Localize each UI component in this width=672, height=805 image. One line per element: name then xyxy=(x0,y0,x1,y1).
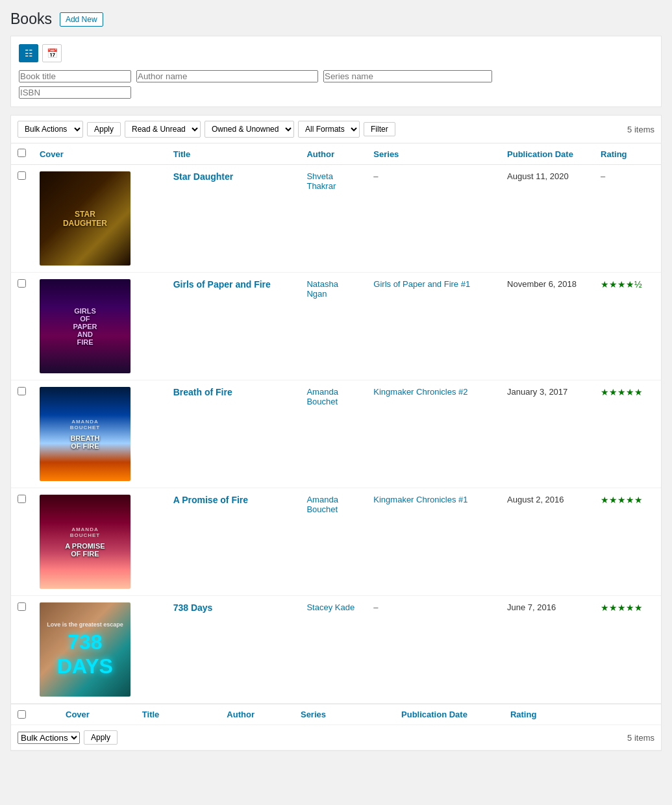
book-author-5[interactable]: Stacey Kade xyxy=(306,602,355,612)
author-name-input[interactable] xyxy=(136,70,318,82)
book-title-1[interactable]: Star Daughter xyxy=(173,171,234,182)
row-checkbox-3[interactable] xyxy=(18,387,26,395)
filter-button-top[interactable]: Filter xyxy=(364,122,395,136)
book-author-4[interactable]: Amanda Bouchet xyxy=(306,495,338,514)
book-cover-4: AMANDABOUCHETA PROMISEOF FIRE xyxy=(40,495,131,589)
book-pubdate-1: August 11, 2020 xyxy=(501,165,594,273)
book-rating-4: ★★★★★ xyxy=(594,488,661,596)
bulk-actions-select-bottom[interactable]: Bulk Actions xyxy=(18,732,80,744)
book-series-3[interactable]: Kingmaker Chronicles #2 xyxy=(367,380,501,488)
series-name-input[interactable] xyxy=(323,70,492,82)
book-author-3[interactable]: Amanda Bouchet xyxy=(306,387,338,406)
all-formats-select[interactable]: All Formats xyxy=(298,121,360,138)
table-row: Love is the greatest escape738DAYS738 Da… xyxy=(11,596,661,704)
col-header-title[interactable]: Title xyxy=(167,143,301,165)
col-pubdate-bottom: Publication Date xyxy=(401,710,467,719)
read-unread-select[interactable]: Read & Unread xyxy=(125,121,201,138)
row-checkbox-4[interactable] xyxy=(18,495,26,503)
items-count-top: 5 items xyxy=(627,125,654,134)
row-checkbox-5[interactable] xyxy=(18,602,26,611)
book-title-3[interactable]: Breath of Fire xyxy=(173,387,232,397)
book-rating-3: ★★★★★ xyxy=(594,380,661,488)
book-pubdate-5: June 7, 2016 xyxy=(501,596,594,704)
book-series-2[interactable]: Girls of Paper and Fire #1 xyxy=(367,273,501,380)
book-rating-1: – xyxy=(594,165,661,273)
book-rating-5: ★★★★★ xyxy=(594,596,661,704)
book-title-2[interactable]: Girls of Paper and Fire xyxy=(173,279,271,290)
calendar-icon: 📅 xyxy=(47,48,58,58)
calendar-view-toggle[interactable]: 📅 xyxy=(42,44,62,62)
book-title-4[interactable]: A Promise of Fire xyxy=(173,495,248,505)
col-header-rating[interactable]: Rating xyxy=(594,143,661,165)
book-author-2[interactable]: Natasha Ngan xyxy=(306,279,338,299)
table-row: AMANDABOUCHETA PROMISEOF FIREA Promise o… xyxy=(11,488,661,596)
apply-button-top[interactable]: Apply xyxy=(87,122,121,136)
items-count-bottom: 5 items xyxy=(627,733,654,743)
col-header-cover: Cover xyxy=(33,143,167,165)
isbn-input[interactable] xyxy=(19,86,131,99)
col-header-pubdate[interactable]: Publication Date xyxy=(501,143,594,165)
col-header-author[interactable]: Author xyxy=(300,143,367,165)
list-view-toggle[interactable]: ☷ xyxy=(19,44,38,62)
book-cover-3: AMANDABOUCHETBREATHOF FIRE xyxy=(40,387,131,481)
book-series-4[interactable]: Kingmaker Chronicles #1 xyxy=(367,488,501,596)
apply-button-bottom[interactable]: Apply xyxy=(84,730,118,745)
owned-unowned-select[interactable]: Owned & Unowned xyxy=(205,121,294,138)
row-checkbox-2[interactable] xyxy=(18,279,26,288)
table-row: STARDAUGHTERStar DaughterShveta Thakrar–… xyxy=(11,165,661,273)
book-series-5: – xyxy=(367,596,501,704)
select-all-checkbox-top[interactable] xyxy=(18,149,26,157)
book-series-1: – xyxy=(367,165,501,273)
book-author-1[interactable]: Shveta Thakrar xyxy=(306,171,336,191)
book-cover-2: GIRLSOFPAPERANDFIRE xyxy=(40,279,131,373)
book-title-input[interactable] xyxy=(19,70,131,82)
bulk-actions-select[interactable]: Bulk Actions xyxy=(18,121,83,138)
add-new-button[interactable]: Add New xyxy=(60,12,103,27)
book-cover-5: Love is the greatest escape738DAYS xyxy=(40,602,131,697)
table-row: AMANDABOUCHETBREATHOF FIREBreath of Fire… xyxy=(11,380,661,488)
col-cover-bottom: Cover xyxy=(66,710,90,719)
col-rating-bottom: Rating xyxy=(510,710,536,719)
row-checkbox-1[interactable] xyxy=(18,171,26,180)
select-all-checkbox-bottom[interactable] xyxy=(18,710,26,719)
book-title-5[interactable]: 738 Days xyxy=(173,602,213,613)
book-cover-1: STARDAUGHTER xyxy=(40,171,131,266)
col-series-bottom: Series xyxy=(301,710,326,719)
col-title-bottom: Title xyxy=(142,710,160,719)
col-header-series[interactable]: Series xyxy=(367,143,501,165)
page-title: Books xyxy=(10,10,52,28)
table-row: GIRLSOFPAPERANDFIREGirls of Paper and Fi… xyxy=(11,273,661,380)
book-pubdate-2: November 6, 2018 xyxy=(501,273,594,380)
book-pubdate-4: August 2, 2016 xyxy=(501,488,594,596)
book-rating-2: ★★★★½ xyxy=(594,273,661,380)
book-pubdate-3: January 3, 2017 xyxy=(501,380,594,488)
list-icon: ☷ xyxy=(25,48,33,58)
col-author-bottom: Author xyxy=(227,710,255,719)
